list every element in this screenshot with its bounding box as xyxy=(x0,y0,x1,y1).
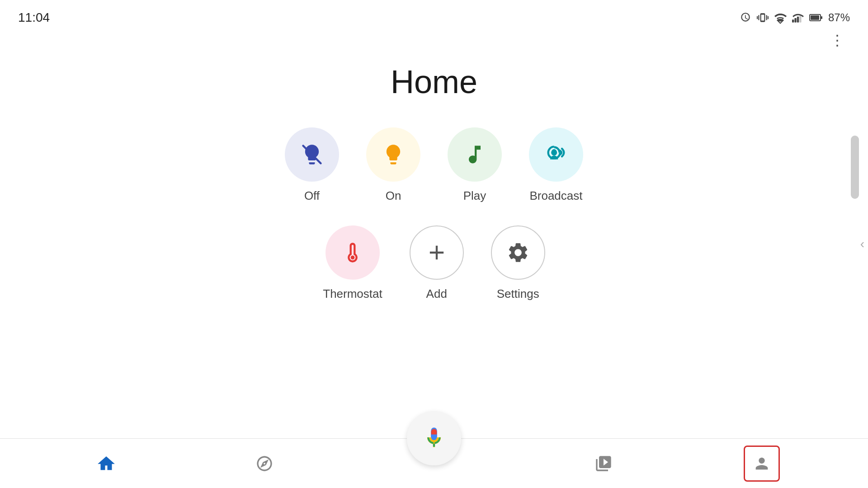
battery-percent: 87% xyxy=(828,11,850,24)
nav-explore[interactable] xyxy=(246,446,283,482)
off-button[interactable] xyxy=(285,127,339,182)
on-item[interactable]: On xyxy=(366,127,420,203)
thermostat-item[interactable]: Thermostat xyxy=(323,225,382,301)
svg-point-9 xyxy=(552,149,557,154)
status-bar: 11:04 87% xyxy=(0,0,868,27)
mic-icon-colored xyxy=(423,427,445,450)
add-button[interactable] xyxy=(410,225,464,280)
signal-icon xyxy=(792,12,804,23)
broadcast-icon xyxy=(544,143,568,166)
nav-media[interactable] xyxy=(585,446,622,482)
main-content: Home Off On xyxy=(0,27,868,310)
svg-point-10 xyxy=(351,256,355,260)
svg-rect-5 xyxy=(811,15,819,20)
explore-nav-icon xyxy=(255,455,274,473)
svg-rect-1 xyxy=(794,18,796,23)
wifi-icon xyxy=(774,11,787,24)
nav-profile[interactable] xyxy=(744,446,780,482)
thermostat-label: Thermostat xyxy=(323,287,382,301)
more-options-button[interactable]: ⋮ xyxy=(830,32,845,49)
off-item[interactable]: Off xyxy=(285,127,339,203)
add-item[interactable]: Add xyxy=(410,225,464,301)
thermometer-icon xyxy=(341,241,364,264)
on-button[interactable] xyxy=(366,127,420,182)
media-nav-icon xyxy=(594,455,613,473)
lightbulb-on-icon xyxy=(382,143,405,166)
home-nav-icon xyxy=(97,455,115,473)
page-title: Home xyxy=(391,63,477,100)
svg-rect-3 xyxy=(799,15,801,23)
mic-fab-button[interactable] xyxy=(407,411,461,465)
lightbulb-off-icon xyxy=(300,143,324,166)
status-time: 11:04 xyxy=(18,10,50,25)
profile-nav-icon xyxy=(753,455,771,473)
settings-label: Settings xyxy=(497,287,539,301)
off-label: Off xyxy=(304,189,320,203)
chevron-right-icon[interactable]: ‹ xyxy=(860,237,864,251)
shortcut-row-1: Off On Play xyxy=(285,127,583,203)
status-icons: 87% xyxy=(740,11,850,24)
alarm-icon xyxy=(740,12,751,23)
music-note-icon xyxy=(463,143,486,166)
battery-icon xyxy=(809,12,823,23)
broadcast-button[interactable] xyxy=(529,127,583,182)
svg-rect-6 xyxy=(821,16,822,19)
scrollbar[interactable] xyxy=(851,136,859,199)
thermostat-button[interactable] xyxy=(326,225,380,280)
nav-home[interactable] xyxy=(88,446,124,482)
svg-rect-0 xyxy=(792,19,794,23)
svg-rect-2 xyxy=(797,17,799,23)
broadcast-item[interactable]: Broadcast xyxy=(529,127,583,203)
play-button[interactable] xyxy=(448,127,502,182)
broadcast-label: Broadcast xyxy=(529,189,582,203)
add-label: Add xyxy=(426,287,447,301)
shortcut-row-2: Thermostat Add Settings xyxy=(323,225,545,301)
plus-icon xyxy=(425,241,448,264)
play-label: Play xyxy=(463,189,486,203)
settings-item[interactable]: Settings xyxy=(491,225,545,301)
gear-icon xyxy=(506,241,530,264)
on-label: On xyxy=(386,189,401,203)
settings-button[interactable] xyxy=(491,225,545,280)
vibrate-icon xyxy=(757,12,769,23)
play-item[interactable]: Play xyxy=(448,127,502,203)
